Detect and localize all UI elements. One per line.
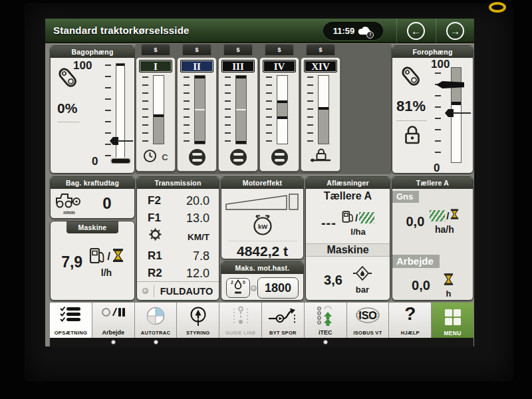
scv-column-3[interactable]: III	[218, 57, 258, 172]
work-badge: Arbejde	[392, 255, 440, 268]
engine-power-title: Motoreffekt	[221, 177, 303, 189]
engine-speed-droplet-button[interactable]: 20	[226, 278, 250, 298]
rear-hitch-panel[interactable]: Bagophæng 0% 100 0	[50, 45, 135, 174]
avg-badge: Gns	[392, 191, 419, 203]
gear-speed: 20.0	[186, 192, 209, 209]
transmission-mode: FULDAUTO	[160, 286, 213, 297]
svg-text:2: 2	[231, 280, 233, 285]
gear-label: F2	[148, 192, 161, 209]
svg-text:ISO: ISO	[358, 310, 377, 321]
camera-highlight	[489, 2, 506, 13]
rear-hitch-gauge	[116, 63, 125, 164]
transmission-panel[interactable]: Transmission F2 20.0 F1 13.0 KM/T R	[136, 176, 219, 301]
rear-hitch-scale-max: 100	[73, 59, 92, 72]
front-hitch-scale-max: 100	[431, 58, 450, 71]
rear-pto-panel[interactable]: Bag. kraftudtag n/min 0	[50, 176, 135, 219]
avg-unit: ha/h	[430, 224, 459, 235]
scv3-shortcut-tab[interactable]: $	[223, 44, 253, 55]
toolbar-label: OPSÆTNING	[55, 330, 87, 336]
toolbar-label: ISOBUS VT	[353, 330, 382, 336]
scv14-shortcut-tab[interactable]: $	[306, 44, 335, 55]
avg-value: 0,0	[406, 214, 425, 229]
speed-unit: KM/T	[188, 229, 209, 246]
counters-title: Tællere A	[392, 177, 473, 189]
coupler-icon	[189, 149, 205, 166]
dollar-icon: $	[236, 47, 239, 53]
readings-section2-label: Maskine	[327, 244, 368, 255]
max-rpm-value: 1800	[265, 281, 291, 295]
gear-speed: 13.0	[186, 209, 209, 227]
scv2-shortcut-tab[interactable]: $	[182, 44, 211, 55]
scv3-gauge	[235, 75, 247, 144]
toolbar-item-opsaetning[interactable]: OPSÆTNING	[50, 303, 92, 338]
hourglass-icon	[112, 248, 124, 265]
max-rpm-button[interactable]: 1800	[257, 277, 299, 299]
gear-speed: 12.0	[186, 265, 209, 282]
gear-speed: 7.8	[193, 247, 209, 265]
right-arrow-icon: →	[450, 26, 460, 36]
prev-page-cell: ←	[396, 19, 435, 43]
scv1-numeral: I	[139, 60, 172, 72]
toolbar-item-hjaelp[interactable]: ? HJÆLP	[389, 303, 432, 338]
page-indicator-dot	[323, 340, 328, 344]
scv-column-14[interactable]: XIV	[301, 57, 340, 172]
toolbar-item-styring[interactable]: STYRING	[177, 303, 219, 338]
scv14-gauge	[318, 75, 329, 144]
scv3-numeral: III	[221, 60, 255, 72]
toolbar-item-arbejde[interactable]: / Arbejde	[92, 303, 135, 338]
scv-column-1[interactable]: I C	[136, 57, 176, 172]
fuel-pump-icon	[342, 209, 354, 227]
svg-text:kW: kW	[257, 223, 267, 230]
toolbar-item-bytspor[interactable]: BYT SPOR	[262, 303, 305, 338]
prev-page-button[interactable]: ←	[407, 22, 425, 40]
tractor-pto-icon: n/min	[55, 192, 84, 215]
scv-column-4[interactable]: IV	[259, 57, 299, 172]
next-page-button[interactable]: →	[446, 22, 464, 40]
scv-column-2[interactable]: II	[177, 57, 217, 172]
pressure-drop-icon	[353, 273, 372, 284]
readings-rate-value: ---	[321, 215, 336, 231]
machine-fuel-value: 7,9	[61, 253, 82, 271]
hourglass-icon	[450, 208, 459, 223]
slash-divider: /	[107, 250, 110, 263]
scv1-shortcut-tab[interactable]: $	[141, 44, 170, 55]
readings-section1-label: Tællere A	[306, 189, 390, 202]
readings-rate-unit: l/ha	[342, 227, 374, 237]
machine-fuel-panel[interactable]: Maskine 7,9 / l/h	[50, 221, 135, 301]
page-indicator-dot	[154, 340, 158, 344]
slash-divider: /	[355, 212, 358, 223]
toolbar-label: GUIDE LINE	[225, 330, 256, 336]
dollar-icon: $	[319, 47, 322, 53]
dollar-icon: $	[277, 47, 281, 53]
lift-arm-icon	[399, 65, 423, 91]
engine-power-panel[interactable]: Motoreffekt kW 4842,2 t	[221, 176, 304, 259]
engine-kw-icon: kW	[221, 214, 303, 239]
gear-label: R1	[148, 247, 162, 265]
rear-pto-title: Bag. kraftudtag	[51, 177, 134, 189]
field-area-icon	[359, 212, 374, 223]
machine-fuel-title: Maskine	[66, 221, 118, 233]
toolbar-item-autotrac[interactable]: AUTOTRAC	[135, 303, 178, 338]
isobus-globe-icon: ISO	[347, 305, 389, 327]
counters-panel[interactable]: Tællere A Gns 0,0 / ha/h	[392, 176, 473, 301]
power-wedge-gauge	[224, 192, 301, 213]
clock-status-button[interactable]: 11:59 !	[323, 22, 383, 40]
toolbar-label: Arbejde	[102, 329, 124, 336]
gear-label: F1	[148, 209, 161, 227]
max-engine-speed-panel[interactable]: Maks. mot.hast. 20 1800	[221, 261, 304, 301]
scv4-shortcut-tab[interactable]: $	[265, 44, 294, 55]
shortcut-bar: OPSÆTNING / Arbejde AUTOTRAC	[50, 303, 473, 338]
toolbar-item-itec[interactable]: iTEC	[305, 303, 347, 338]
front-hitch-pointer-line	[452, 112, 471, 114]
readings-panel[interactable]: Aflæsninger Tællere A --- / l/ha Maskine	[305, 176, 390, 301]
scv1-gauge	[153, 75, 164, 144]
front-hitch-scale-min: 0	[434, 162, 440, 175]
front-hitch-panel[interactable]: Forophæng 81% 100 0	[392, 45, 473, 174]
dollar-icon: $	[154, 47, 157, 53]
field-area-icon	[430, 210, 445, 221]
question-mark-icon: ?	[389, 303, 431, 325]
rear-hitch-percent: 0%	[57, 100, 80, 122]
gear-label: R2	[148, 265, 162, 282]
toolbar-item-isobus[interactable]: ISO ISOBUS VT	[347, 303, 390, 338]
svg-text:0: 0	[243, 280, 245, 285]
